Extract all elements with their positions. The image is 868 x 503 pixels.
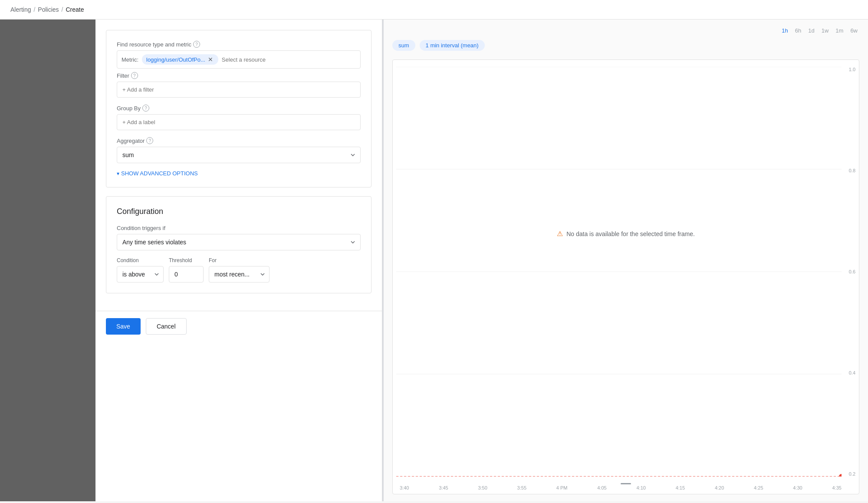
x-label-2: 3:50 [478, 485, 487, 490]
metric-label: Metric: [122, 56, 138, 63]
filter-group: Filter ? [117, 72, 361, 98]
time-option-6h[interactable]: 6h [793, 26, 803, 35]
time-range-options: 1h 6h 1d 1w 1m 6w [780, 26, 859, 35]
find-resource-section: Find resource type and metric ? Metric: … [106, 30, 372, 187]
x-label-10: 4:30 [793, 485, 802, 490]
x-label-11: 4:35 [832, 485, 842, 490]
group-by-input[interactable] [117, 114, 361, 130]
for-col: For most recen... 1 minute 5 minutes [209, 257, 270, 283]
chart-x-axis: 3:40 3:45 3:50 3:55 4 PM 4:05 4:10 4:15 … [400, 485, 842, 490]
save-button[interactable]: Save [106, 318, 141, 335]
chart-y-axis: 1.0 0.8 0.6 0.4 0.2 [849, 67, 855, 477]
svg-point-6 [839, 474, 842, 477]
filter-help-icon[interactable]: ? [131, 72, 138, 79]
y-label-1: 1.0 [849, 67, 855, 72]
filter-input[interactable] [117, 82, 361, 98]
metric-chip-label: logging/user/OutOfPo... [146, 56, 205, 63]
content-panel: Find resource type and metric ? Metric: … [95, 20, 382, 501]
condition-select[interactable]: is above is below is equal to [117, 266, 164, 283]
breadcrumb-sep-1: / [33, 6, 35, 13]
configuration-title: Configuration [117, 207, 361, 216]
advanced-options-label: SHOW ADVANCED OPTIONS [121, 170, 198, 177]
group-by-group: Group By ? [117, 105, 361, 130]
configuration-section: Configuration Condition triggers if Any … [106, 196, 372, 293]
y-label-4: 0.4 [849, 370, 855, 375]
group-by-help-icon[interactable]: ? [142, 105, 149, 112]
threshold-label: Threshold [169, 257, 204, 263]
x-label-1: 3:45 [439, 485, 448, 490]
agg-chip-sum[interactable]: sum [392, 40, 415, 51]
group-by-label: Group By [117, 105, 141, 112]
metric-row[interactable]: Metric: logging/user/OutOfPo... ✕ [117, 50, 361, 69]
condition-threshold-row: Condition is above is below is equal to … [117, 257, 361, 283]
x-label-9: 4:25 [754, 485, 763, 490]
y-label-2: 0.8 [849, 168, 855, 173]
y-label-3: 0.6 [849, 269, 855, 274]
condition-label: Condition [117, 257, 164, 263]
find-resource-help-icon[interactable]: ? [193, 41, 200, 48]
x-label-0: 3:40 [400, 485, 409, 490]
aggregator-label: Aggregator [117, 138, 145, 144]
condition-col: Condition is above is below is equal to [117, 257, 164, 283]
breadcrumb: Alerting / Policies / Create [0, 0, 868, 20]
chart-agg-chips: sum 1 min interval (mean) [392, 40, 859, 51]
breadcrumb-policies[interactable]: Policies [38, 6, 59, 13]
for-label: For [209, 257, 270, 263]
aggregator-select[interactable]: sum mean count [117, 147, 361, 163]
condition-triggers-label-group: Condition triggers if [117, 225, 361, 231]
time-option-1h[interactable]: 1h [780, 26, 789, 35]
chart-top-controls: 1h 6h 1d 1w 1m 6w [392, 26, 859, 35]
x-label-8: 4:20 [715, 485, 724, 490]
y-label-5: 0.2 [849, 471, 855, 477]
aggregator-label-group: Aggregator ? [117, 137, 361, 144]
legend-dash [621, 483, 631, 484]
left-sidebar [0, 20, 95, 501]
time-option-1w[interactable]: 1w [820, 26, 831, 35]
condition-triggers-select[interactable]: Any time series violates All time series… [117, 234, 361, 250]
time-option-1m[interactable]: 1m [834, 26, 845, 35]
x-label-3: 3:55 [517, 485, 526, 490]
x-label-5: 4:05 [597, 485, 606, 490]
filter-label: Filter [117, 72, 129, 79]
find-resource-label: Find resource type and metric ? [117, 41, 361, 48]
threshold-input[interactable] [169, 266, 204, 283]
agg-chip-interval[interactable]: 1 min interval (mean) [420, 40, 485, 51]
x-label-4: 4 PM [556, 485, 568, 490]
advanced-options-toggle[interactable]: ▾ SHOW ADVANCED OPTIONS [117, 170, 361, 177]
chart-legend [621, 483, 631, 484]
condition-triggers-group: Condition triggers if Any time series vi… [117, 225, 361, 250]
breadcrumb-alerting[interactable]: Alerting [10, 6, 31, 13]
cancel-button[interactable]: Cancel [146, 318, 187, 335]
time-option-6w[interactable]: 6w [848, 26, 859, 35]
x-label-6: 4:10 [636, 485, 645, 490]
breadcrumb-sep-2: / [62, 6, 63, 13]
breadcrumb-create: Create [66, 6, 84, 13]
chart-panel: 1h 6h 1d 1w 1m 6w sum 1 min interval (me… [384, 20, 868, 501]
chart-area: ⚠ No data is available for the selected … [392, 59, 859, 494]
resource-input[interactable] [222, 56, 283, 63]
chevron-down-icon: ▾ [117, 171, 119, 177]
metric-chip-close-icon[interactable]: ✕ [207, 56, 214, 63]
time-option-1d[interactable]: 1d [806, 26, 816, 35]
threshold-col: Threshold [169, 257, 204, 283]
metric-chip[interactable]: logging/user/OutOfPo... ✕ [142, 54, 218, 65]
filter-label-group: Filter ? [117, 72, 361, 79]
find-resource-title: Find resource type and metric [117, 41, 191, 48]
for-select[interactable]: most recen... 1 minute 5 minutes [209, 266, 270, 283]
chart-svg [396, 67, 842, 477]
aggregator-group: Aggregator ? sum mean count [117, 137, 361, 163]
x-label-7: 4:15 [676, 485, 685, 490]
condition-triggers-label: Condition triggers if [117, 225, 165, 231]
bottom-buttons: Save Cancel [95, 311, 382, 342]
group-by-label-group: Group By ? [117, 105, 361, 112]
aggregator-help-icon[interactable]: ? [146, 137, 153, 144]
